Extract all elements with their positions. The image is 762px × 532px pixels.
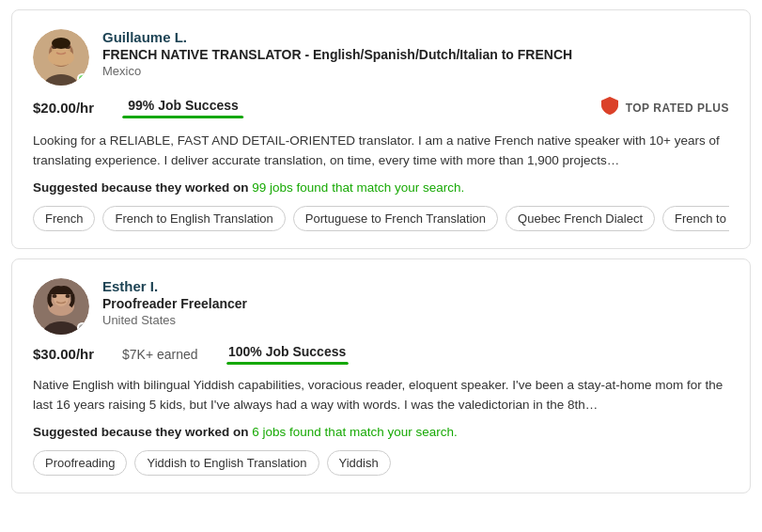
skill-tag[interactable]: Yiddish to English Translation (134, 450, 319, 476)
freelancer-description: Looking for a RELIABLE, FAST AND DETAIL-… (33, 132, 729, 171)
shield-icon (599, 95, 620, 120)
freelancer-location: Mexico (102, 64, 729, 78)
freelancer-name[interactable]: Esther I. (102, 278, 729, 294)
avatar[interactable] (33, 278, 89, 335)
skill-tag[interactable]: French (33, 206, 95, 231)
job-success-widget: 99% Job Success (122, 98, 244, 118)
suggested-link[interactable]: 99 jobs found that match your search. (252, 180, 464, 195)
hourly-rate: $30.00/hr (33, 346, 94, 362)
suggested-link[interactable]: 6 jobs found that match your search. (252, 425, 457, 439)
skill-tag[interactable]: French to S (662, 206, 729, 231)
profile-info: Esther I.Proofreader FreelancerUnited St… (102, 278, 729, 327)
job-success-label: 100% Job Success (228, 344, 346, 359)
skill-tag[interactable]: Quebec French Dialect (505, 206, 655, 231)
top-rated-plus-badge: TOP RATED PLUS (599, 95, 729, 120)
job-success-label: 99% Job Success (128, 98, 239, 113)
skill-tag[interactable]: Yiddish (327, 450, 391, 476)
stats-row: $30.00/hr$7K+ earned100% Job Success (33, 344, 729, 365)
svg-point-15 (53, 294, 57, 298)
svg-point-16 (66, 294, 70, 298)
hourly-rate: $20.00/hr (33, 100, 94, 116)
skill-tag[interactable]: French to English Translation (102, 206, 285, 231)
job-success-widget: 100% Job Success (226, 344, 349, 365)
suggested-text: Suggested because they worked on 99 jobs… (33, 180, 729, 195)
suggested-text: Suggested because they worked on 6 jobs … (33, 425, 729, 439)
freelancer-title: Proofreader Freelancer (102, 296, 729, 311)
freelancer-description: Native English with bilingual Yiddish ca… (33, 376, 729, 415)
job-success-bar (122, 116, 244, 118)
skill-tag[interactable]: Portuguese to French Translation (293, 206, 498, 231)
online-indicator (77, 73, 87, 84)
card-header: Esther I.Proofreader FreelancerUnited St… (33, 278, 729, 335)
stats-row: $20.00/hr99% Job SuccessTOP RATED PLUS (33, 95, 729, 120)
skills-tags: ProofreadingYiddish to English Translati… (33, 450, 729, 476)
avatar[interactable] (33, 29, 89, 86)
top-rated-plus-label: TOP RATED PLUS (626, 102, 729, 115)
svg-point-5 (48, 49, 74, 66)
card-header: Guillaume L.FRENCH NATIVE TRANSLATOR - E… (33, 29, 729, 86)
skill-tag[interactable]: Proofreading (33, 450, 127, 476)
job-success-bar (226, 362, 349, 365)
job-success-fill (226, 362, 349, 365)
job-success-fill (122, 116, 243, 118)
offline-indicator (77, 322, 87, 333)
freelancer-title: FRENCH NATIVE TRANSLATOR - English/Spani… (102, 47, 729, 62)
freelancer-card-esther: Esther I.Proofreader FreelancerUnited St… (11, 258, 751, 493)
skills-tags: FrenchFrench to English TranslationPortu… (33, 206, 729, 231)
total-earned: $7K+ earned (122, 347, 198, 362)
freelancer-location: United States (102, 313, 729, 327)
svg-point-8 (52, 38, 70, 49)
freelancer-card-guillaume: Guillaume L.FRENCH NATIVE TRANSLATOR - E… (11, 9, 751, 249)
profile-info: Guillaume L.FRENCH NATIVE TRANSLATOR - E… (102, 29, 729, 78)
freelancer-name[interactable]: Guillaume L. (102, 29, 729, 45)
